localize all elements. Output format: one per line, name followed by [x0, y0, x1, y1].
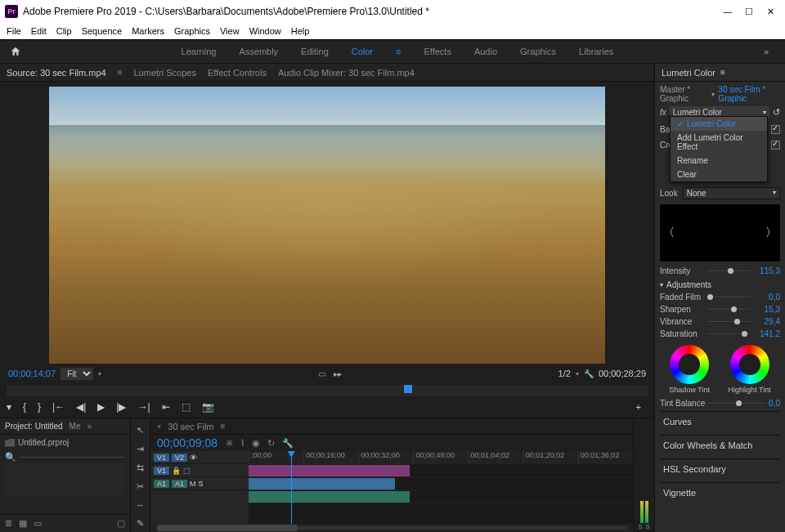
- insert-button[interactable]: ⇤: [162, 401, 170, 413]
- master-clip-label[interactable]: Master * Graphic: [660, 85, 708, 103]
- razor-tool-icon[interactable]: ✂: [137, 481, 144, 492]
- ripple-edit-tool-icon[interactable]: ⇆: [137, 463, 144, 473]
- video-preview[interactable]: [49, 87, 605, 364]
- faded-film-value[interactable]: 0,0: [756, 293, 780, 302]
- timeline-zoom-bar[interactable]: [150, 524, 633, 532]
- step-forward-button[interactable]: |▶: [116, 401, 126, 413]
- saturation-value[interactable]: 141,2: [756, 329, 780, 338]
- solo-icon[interactable]: S: [199, 480, 204, 488]
- workspace-options-icon[interactable]: ≡: [396, 47, 401, 56]
- search-input[interactable]: [20, 457, 125, 458]
- menu-item-rename[interactable]: Rename: [671, 154, 767, 168]
- project-overflow-icon[interactable]: »: [87, 422, 92, 431]
- maximize-button[interactable]: ☐: [744, 7, 754, 16]
- faded-film-slider[interactable]: [707, 297, 751, 298]
- linked-selection-icon[interactable]: ⌇: [240, 438, 244, 449]
- workspace-graphics[interactable]: Graphics: [520, 47, 556, 56]
- reset-effect-icon[interactable]: ↺: [773, 107, 780, 118]
- audio-clip-a1[interactable]: [249, 491, 410, 503]
- menu-markers[interactable]: Markers: [132, 26, 164, 36]
- export-frame-button[interactable]: 📷: [202, 401, 214, 413]
- playhead-marker[interactable]: [404, 385, 412, 393]
- timeline-settings-icon[interactable]: ↻: [267, 438, 275, 449]
- workspace-audio[interactable]: Audio: [474, 47, 497, 56]
- zoom-fit-select[interactable]: Fit: [61, 368, 93, 380]
- pen-tool-icon[interactable]: ✎: [137, 518, 144, 529]
- out-point-icon[interactable]: ▸▸: [333, 369, 343, 378]
- go-to-out-button[interactable]: →|: [137, 401, 150, 413]
- add-marker-button[interactable]: ▾: [7, 401, 11, 413]
- sync-lock-icon[interactable]: ⬚: [183, 467, 191, 475]
- vibrance-slider[interactable]: [707, 321, 751, 323]
- project-file-row[interactable]: Untitled.prproj: [5, 438, 125, 447]
- workspace-effects[interactable]: Effects: [424, 47, 451, 56]
- tab-effect-controls[interactable]: Effect Controls: [208, 68, 267, 78]
- track-header-v2[interactable]: V2: [172, 454, 187, 462]
- video-clip-v1[interactable]: [249, 478, 395, 490]
- mark-in-button[interactable]: {: [23, 401, 26, 413]
- solo-l[interactable]: S: [638, 523, 642, 530]
- lumetri-panel-menu-icon[interactable]: ≡: [720, 68, 725, 77]
- workspace-assembly[interactable]: Assembly: [239, 47, 278, 56]
- track-header-v1[interactable]: V1: [154, 467, 169, 475]
- go-to-in-button[interactable]: |←: [52, 401, 65, 413]
- monitor-scrubber[interactable]: [7, 385, 648, 396]
- shadow-tint-wheel[interactable]: [670, 345, 709, 384]
- track-header-a1-src[interactable]: A1: [154, 480, 169, 488]
- new-bin-icon[interactable]: ▢: [117, 518, 125, 529]
- snap-icon[interactable]: ※: [226, 438, 233, 449]
- overwrite-button[interactable]: ⬚: [182, 401, 191, 413]
- eye-icon[interactable]: 👁: [190, 454, 197, 462]
- tab-project[interactable]: Project: Untitled: [5, 422, 63, 431]
- resolution-select[interactable]: 1/2: [558, 369, 571, 378]
- icon-view-icon[interactable]: ▦: [19, 518, 27, 529]
- lumetri-panel-title[interactable]: Lumetri Color: [662, 68, 715, 78]
- source-clip-label[interactable]: 30 sec Film * Graphic: [718, 85, 780, 103]
- tab-lumetri-scopes[interactable]: Lumetri Scopes: [134, 68, 196, 78]
- timeline-wrench-icon[interactable]: 🔧: [282, 438, 294, 449]
- list-view-icon[interactable]: ≣: [5, 518, 12, 529]
- menu-view[interactable]: View: [220, 26, 240, 36]
- sharpen-slider[interactable]: [707, 309, 751, 311]
- saturation-slider[interactable]: [707, 333, 751, 335]
- tint-balance-slider[interactable]: [708, 403, 765, 405]
- basic-correction-toggle[interactable]: [771, 125, 780, 134]
- intensity-slider[interactable]: [707, 270, 751, 272]
- intensity-value[interactable]: 115,3: [756, 266, 780, 275]
- menu-file[interactable]: File: [7, 26, 21, 36]
- sequence-close-icon[interactable]: ×: [157, 422, 161, 431]
- look-prev-icon[interactable]: 〈: [663, 226, 675, 240]
- track-header-a1[interactable]: A1: [172, 480, 187, 488]
- slip-tool-icon[interactable]: ↔: [136, 500, 145, 510]
- video-clip-v2[interactable]: [249, 465, 410, 476]
- menu-clip[interactable]: Clip: [56, 26, 72, 36]
- minimize-button[interactable]: —: [723, 7, 733, 16]
- step-back-button[interactable]: ◀|: [76, 401, 86, 413]
- selection-tool-icon[interactable]: ↖: [137, 425, 144, 436]
- track-header-v1-src[interactable]: V1: [154, 454, 169, 462]
- mark-out-button[interactable]: }: [38, 401, 41, 413]
- safe-margins-icon[interactable]: ▭: [316, 369, 326, 378]
- section-curves[interactable]: Curves: [663, 417, 692, 427]
- play-button[interactable]: ▶: [97, 401, 105, 413]
- close-button[interactable]: ✕: [765, 7, 775, 16]
- menu-item-lumetri-color[interactable]: ✓Lumetri Color: [671, 117, 767, 131]
- menu-sequence[interactable]: Sequence: [82, 26, 123, 36]
- workspace-learning[interactable]: Learning: [182, 47, 217, 56]
- workspace-overflow-icon[interactable]: »: [764, 47, 769, 56]
- section-vignette[interactable]: Vignette: [663, 488, 696, 498]
- menu-graphics[interactable]: Graphics: [174, 26, 210, 36]
- timeline-ruler[interactable]: ;00;00 00;00;16;00 00;00;32;00 00;00;48;…: [249, 451, 633, 464]
- menu-item-clear[interactable]: Clear: [671, 168, 767, 181]
- sequence-tab[interactable]: 30 sec Film: [168, 422, 213, 431]
- creative-toggle[interactable]: [771, 141, 780, 150]
- timeline-tracks[interactable]: ;00;00 00;00;16;00 00;00;32;00 00;00;48;…: [249, 451, 633, 524]
- lock-icon[interactable]: 🔒: [172, 467, 181, 475]
- workspace-color[interactable]: Color: [352, 47, 373, 56]
- highlight-tint-wheel[interactable]: [730, 345, 769, 384]
- look-next-icon[interactable]: 〉: [765, 226, 777, 240]
- tab-media-browser[interactable]: Me: [70, 422, 81, 431]
- menu-edit[interactable]: Edit: [31, 26, 47, 36]
- timeline-playhead[interactable]: [291, 451, 292, 524]
- tab-audio-clip-mixer[interactable]: Audio Clip Mixer: 30 sec Film.mp4: [278, 68, 415, 78]
